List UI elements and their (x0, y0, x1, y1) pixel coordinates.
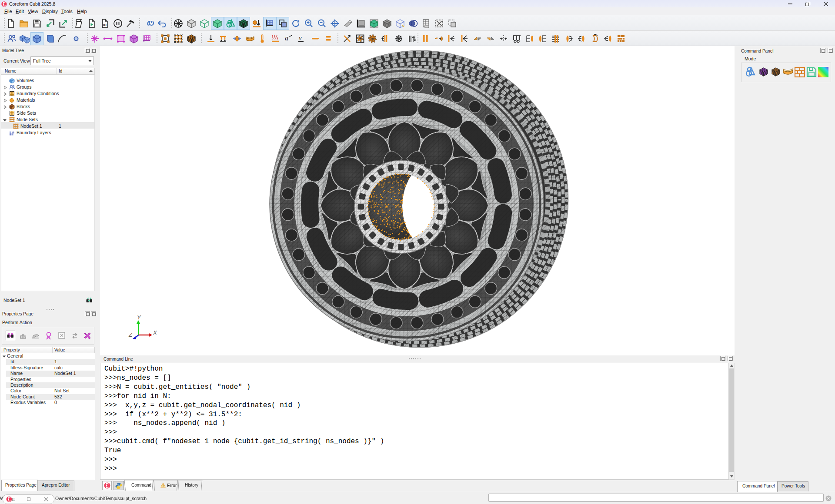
svg-text:iD: iD (103, 23, 107, 27)
svg-text:X: X (153, 329, 157, 336)
svg-text:v: v (299, 34, 302, 41)
svg-text:a: a (285, 34, 288, 42)
svg-text:Z: Z (128, 332, 133, 338)
svg-text:Y: Y (137, 314, 141, 321)
